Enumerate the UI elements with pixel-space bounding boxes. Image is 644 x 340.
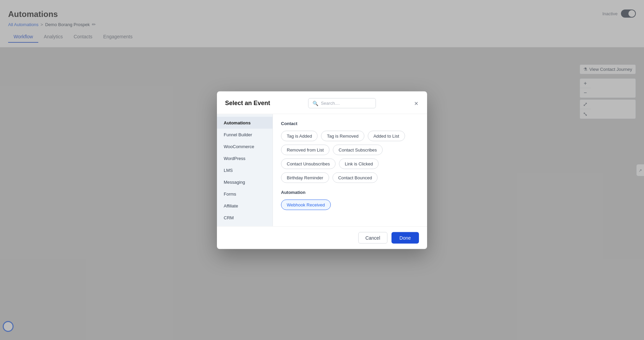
dialog-content: Contact Tag is Added Tag is Removed Adde… <box>273 114 427 226</box>
dialog-title: Select an Event <box>225 100 270 107</box>
automation-tags: Webhook Received <box>281 199 419 210</box>
removed-from-list[interactable]: Removed from List <box>281 144 329 155</box>
contact-subscribes[interactable]: Contact Subscribes <box>333 144 383 155</box>
contact-section: Contact Tag is Added Tag is Removed Adde… <box>281 121 419 183</box>
search-input[interactable] <box>321 101 371 106</box>
select-event-dialog: Select an Event 🔍 × Automations Funnel B… <box>217 91 427 249</box>
dialog-body: Automations Funnel Builder WooCommerce W… <box>217 114 427 226</box>
contact-section-title: Contact <box>281 121 419 126</box>
link-is-clicked[interactable]: Link is Clicked <box>339 158 379 169</box>
sidebar-item-lms[interactable]: LMS <box>217 164 273 176</box>
close-button[interactable]: × <box>414 99 419 107</box>
sidebar-item-crm[interactable]: CRM <box>217 212 273 223</box>
dialog-header: Select an Event 🔍 × <box>217 91 427 114</box>
webhook-received[interactable]: Webhook Received <box>281 199 331 210</box>
search-icon: 🔍 <box>313 100 318 106</box>
sidebar-item-affiliate[interactable]: Affiliate <box>217 200 273 212</box>
sidebar-item-funnel-builder[interactable]: Funnel Builder <box>217 128 273 140</box>
birthday-reminder[interactable]: Birthday Reminder <box>281 172 329 183</box>
automation-section: Automation Webhook Received <box>281 189 419 210</box>
automation-section-title: Automation <box>281 189 419 195</box>
tag-is-added[interactable]: Tag is Added <box>281 131 318 141</box>
added-to-list[interactable]: Added to List <box>368 131 405 141</box>
done-button[interactable]: Done <box>391 232 419 243</box>
dialog-footer: Cancel Done <box>217 226 427 249</box>
sidebar-item-wordpress[interactable]: WordPress <box>217 152 273 164</box>
contact-unsubscribes[interactable]: Contact Unsubscribes <box>281 158 336 169</box>
sidebar-item-automations[interactable]: Automations <box>217 117 273 128</box>
contact-bounced[interactable]: Contact Bounced <box>333 172 378 183</box>
sidebar-item-messaging[interactable]: Messaging <box>217 176 273 188</box>
search-box: 🔍 <box>308 98 376 108</box>
contact-tags: Tag is Added Tag is Removed Added to Lis… <box>281 131 419 183</box>
sidebar-item-forms[interactable]: Forms <box>217 188 273 200</box>
sidebar-item-woocommerce[interactable]: WooCommerce <box>217 140 273 152</box>
tag-is-removed[interactable]: Tag is Removed <box>321 131 364 141</box>
dialog-sidebar: Automations Funnel Builder WooCommerce W… <box>217 114 273 226</box>
cancel-button[interactable]: Cancel <box>358 232 387 243</box>
